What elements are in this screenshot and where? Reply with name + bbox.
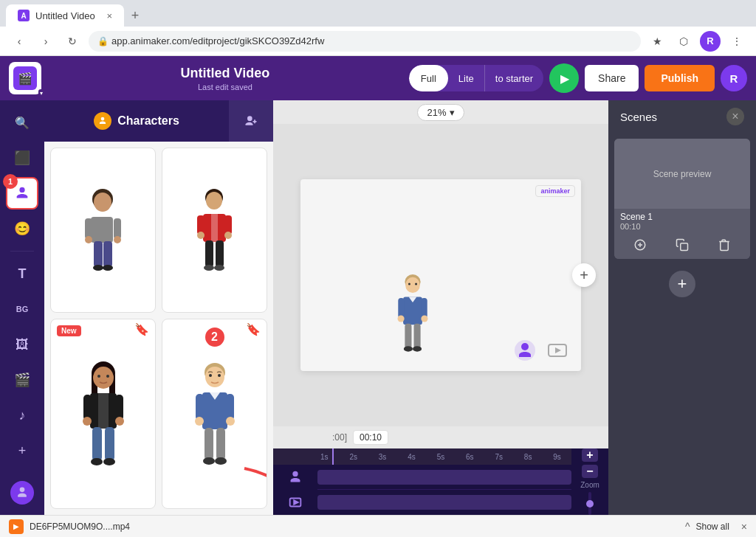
character-card-1[interactable] [50, 148, 156, 313]
track-clip-1[interactable] [317, 470, 571, 485]
sidebar-emoji[interactable]: 😊 [6, 212, 38, 245]
timeline-cursor [332, 448, 334, 465]
track-labels [273, 465, 317, 515]
audio-icon: ♪ [19, 408, 26, 423]
zoom-level: 21% [427, 107, 446, 118]
project-title[interactable]: Untitled Video [47, 66, 403, 81]
svg-rect-37 [83, 395, 92, 420]
character-card-3[interactable]: New 🔖 [50, 319, 156, 510]
svg-marker-78 [294, 500, 298, 505]
download-close-button[interactable]: × [741, 521, 747, 533]
svg-point-57 [215, 457, 227, 465]
play-button[interactable]: ▶ [549, 63, 579, 93]
extensions-icon[interactable]: ⬡ [673, 31, 694, 52]
svg-rect-54 [205, 428, 213, 460]
browser-tab[interactable]: A Untitled Video × [6, 4, 124, 27]
svg-point-66 [398, 315, 405, 322]
zoom-slider-thumb[interactable] [586, 500, 594, 507]
profile-icon[interactable]: R [700, 31, 721, 52]
canvas-video-icon[interactable] [546, 339, 569, 365]
track-area [273, 465, 608, 515]
svg-rect-20 [211, 214, 218, 242]
character-figure-2 [190, 186, 238, 274]
svg-point-0 [19, 187, 24, 193]
browser-icons: ★ ⬡ R ⋮ [647, 31, 747, 52]
sidebar-more[interactable]: + [6, 434, 38, 467]
publish-button[interactable]: Publish [645, 65, 715, 91]
user-avatar[interactable]: R [721, 65, 747, 91]
svg-rect-69 [414, 324, 421, 348]
add-scene-icon[interactable]: + [669, 271, 695, 297]
sidebar-image[interactable]: 🖼 [6, 328, 38, 361]
scene-add-icon[interactable] [633, 238, 647, 254]
svg-point-34 [106, 375, 109, 378]
svg-point-11 [85, 236, 92, 243]
scene-card-1[interactable]: Scene preview Scene 1 00:10 [614, 139, 750, 259]
track-clip-2[interactable] [317, 495, 571, 510]
bookmark-icon[interactable]: ★ [647, 31, 667, 52]
bookmark-icon: 🔖 [134, 322, 149, 336]
svg-rect-36 [98, 393, 109, 429]
show-all-button[interactable]: Show all [695, 522, 729, 532]
svg-rect-10 [114, 218, 121, 239]
sidebar-user-avatar[interactable] [6, 477, 38, 509]
svg-rect-68 [405, 324, 411, 348]
canvas-character[interactable] [393, 272, 433, 356]
zoom-out-button[interactable]: − [582, 465, 598, 478]
tick-8s: 8s [521, 453, 550, 461]
tab-close-icon[interactable]: × [106, 10, 112, 21]
app-header: 🎬 ▾ Untitled Video Last edit saved Full … [0, 56, 756, 100]
scenes-header: Scenes × [608, 100, 756, 133]
timeline-ticks: 1s 2s 3s 4s 5s 6s 7s 8s 9s 10s [317, 453, 608, 461]
header-title-section: Untitled Video Last edit saved [47, 66, 403, 91]
characters-tab[interactable]: Characters [44, 100, 229, 142]
tab-favicon: A [18, 10, 30, 21]
refresh-button[interactable]: ↻ [62, 31, 83, 52]
sidebar-characters[interactable]: 1 [6, 177, 38, 209]
canvas-character-icon[interactable] [513, 339, 537, 365]
add-scene-button[interactable]: + [608, 271, 756, 297]
sidebar-audio[interactable]: ♪ [6, 399, 38, 432]
emoji-icon: 😊 [14, 221, 30, 237]
scene-copy-icon[interactable] [676, 238, 689, 254]
svg-point-56 [203, 457, 215, 465]
svg-point-7 [94, 193, 111, 212]
share-button[interactable]: Share [585, 65, 639, 91]
sidebar-divider [10, 251, 34, 252]
sidebar-background[interactable]: BG [6, 293, 38, 325]
character-card-2[interactable] [162, 148, 267, 313]
download-expand-icon[interactable]: ^ [685, 521, 690, 533]
scene-delete-icon[interactable] [718, 238, 731, 254]
full-mode-button[interactable]: Full [409, 65, 448, 91]
add-character-button[interactable] [229, 100, 273, 142]
scenes-close-button[interactable]: × [726, 108, 744, 125]
sidebar-scenes[interactable]: ⬛ [6, 142, 38, 174]
app-logo[interactable]: 🎬 ▾ [9, 62, 41, 94]
svg-rect-50 [196, 394, 204, 420]
lite-mode-button[interactable]: Lite [448, 65, 484, 91]
forward-button[interactable]: › [35, 31, 56, 52]
canvas-add-button[interactable]: + [572, 263, 596, 287]
left-sidebar: 🔍 ⬛ 1 😊 T BG 🖼 🎬 ♪ [0, 100, 44, 515]
sidebar-video[interactable]: 🎬 [6, 364, 38, 396]
svg-point-60 [405, 277, 420, 293]
starter-mode-button[interactable]: to starter [484, 65, 543, 91]
canvas-content: + [300, 179, 581, 371]
address-field[interactable]: 🔒 app.animaker.com/editproject/gikSKCO39… [89, 31, 641, 52]
zoom-control[interactable]: 21% ▾ [417, 104, 464, 121]
svg-point-62 [415, 283, 417, 285]
back-button[interactable]: ‹ [9, 31, 30, 52]
sidebar-search[interactable]: 🔍 [6, 106, 38, 139]
sidebar-text[interactable]: T [6, 257, 38, 290]
new-tab-button[interactable]: + [124, 4, 146, 27]
character-card-4[interactable]: 🔖 2 [162, 319, 267, 510]
canvas-stage[interactable]: + [273, 124, 608, 426]
user-avatar-small [10, 481, 34, 505]
track-row-2 [317, 490, 608, 515]
background-icon: BG [16, 305, 29, 313]
zoom-in-button[interactable]: + [582, 448, 598, 462]
svg-rect-14 [103, 241, 112, 267]
svg-rect-42 [105, 427, 114, 461]
canvas-area: 21% ▾ + [273, 100, 608, 515]
menu-icon[interactable]: ⋮ [726, 31, 747, 52]
